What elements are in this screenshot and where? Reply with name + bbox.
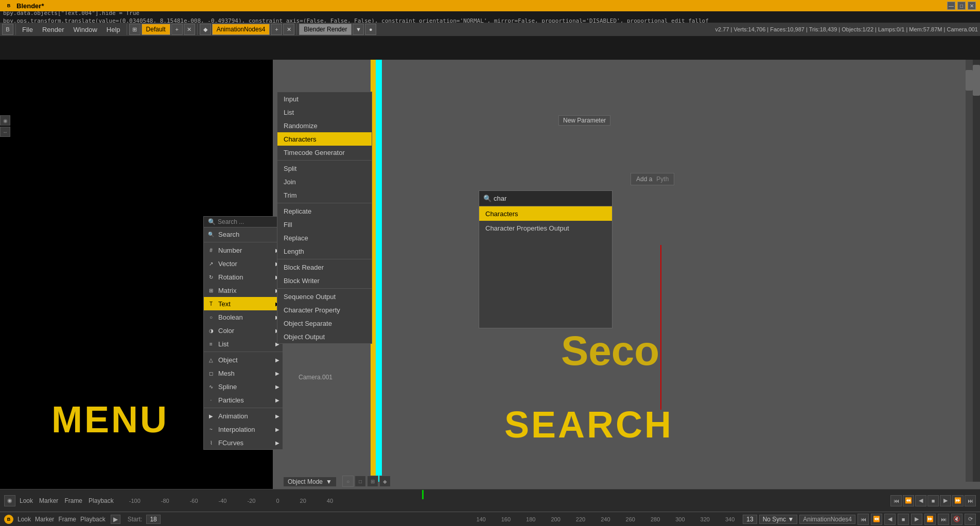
bottom-jump-end-btn[interactable]: ⏭ — [938, 514, 949, 525]
jump-start-btn[interactable]: ⏮ — [890, 495, 902, 506]
layout-tab-default[interactable]: Default — [142, 24, 170, 35]
current-frame-area: 13 No Sync ▼ AnimationNodes4 ⏮ ⏪ ◀ ■ ▶ ⏩… — [743, 514, 976, 525]
vp-icon-2[interactable]: ↔ — [0, 127, 10, 137]
add-menu-interpolation[interactable]: ~ Interpolation ▶ — [204, 423, 283, 436]
sub-block-writer[interactable]: Block Writer — [277, 274, 372, 287]
wire-mode-icon[interactable]: □ — [355, 476, 366, 487]
add-menu-search-item[interactable]: 🔍 Search — [204, 227, 283, 241]
spline-icon: ∿ — [207, 382, 215, 391]
play-icon-btn[interactable]: ▶ — [111, 515, 120, 524]
tl-icon-btn[interactable]: ◉ — [4, 495, 15, 506]
sub-object-output[interactable]: Object Output — [277, 330, 372, 343]
render-engine-tab[interactable]: Blender Render — [299, 24, 352, 35]
right-scrollbar[interactable] — [973, 60, 980, 482]
sub-list[interactable]: List — [277, 106, 372, 119]
add-menu-fcurves[interactable]: ⌇ FCurves ▶ — [204, 436, 283, 449]
add-menu-object[interactable]: △ Object ▶ — [204, 353, 283, 366]
engine-add-btn[interactable]: + — [271, 24, 282, 35]
sub-join[interactable]: Join — [277, 175, 372, 188]
close-button[interactable]: ✕ — [968, 2, 976, 10]
menu-file[interactable]: File — [18, 24, 37, 35]
engine-tab[interactable]: AnimationNodes4 — [212, 24, 270, 35]
add-menu-particles[interactable]: · Particles ▶ — [204, 393, 283, 407]
text-icon: T — [207, 300, 215, 308]
rendered-mode-icon[interactable]: ◆ — [379, 476, 391, 487]
vp-icon-1[interactable]: ◉ — [0, 115, 10, 126]
sub-randomize[interactable]: Randomize — [277, 119, 372, 132]
layout-icon-btn[interactable]: ⊞ — [129, 24, 141, 35]
engine-icon-btn[interactable]: ◆ — [200, 24, 211, 35]
add-menu-rotation[interactable]: ↻ Rotation ▶ — [204, 270, 283, 284]
blender-dot-icon[interactable]: ● — [365, 24, 376, 35]
info-line-1: bpy.data.objects["Text.004"].hide = True — [3, 11, 709, 17]
cyan-bar-1 — [376, 60, 382, 482]
add-menu-color[interactable]: ◑ Color ▶ — [204, 324, 283, 337]
menu-render[interactable]: Render — [38, 24, 68, 35]
sub-sequence-output[interactable]: Sequence Output — [277, 290, 372, 303]
info-bar: bpy.data.objects["Text.004"].hide = True… — [0, 11, 980, 23]
no-sync-dropdown[interactable]: No Sync ▼ — [759, 515, 798, 524]
bottom-stop-btn[interactable]: ■ — [898, 514, 909, 525]
bottom-step-back-btn[interactable]: ⏪ — [871, 514, 882, 525]
layout-add-btn[interactable]: + — [171, 24, 183, 35]
texture-mode-icon[interactable]: ⊞ — [367, 476, 378, 487]
bottom-step-fwd-btn[interactable]: ⏩ — [924, 514, 936, 525]
jump-end-btn[interactable]: ⏭ — [965, 495, 976, 506]
search-result-char-prop-output[interactable]: Character Properties Output — [479, 221, 612, 235]
play-reverse-btn[interactable]: ◀ — [915, 495, 926, 506]
scrollbar-thumb[interactable] — [973, 65, 980, 96]
sub-trim[interactable]: Trim — [277, 188, 372, 202]
add-menu-spline[interactable]: ∿ Spline ▶ — [204, 380, 283, 393]
minimize-button[interactable]: — — [947, 2, 955, 10]
sub-split[interactable]: Split — [277, 162, 372, 175]
menu-window[interactable]: Window — [69, 24, 101, 35]
play-btn[interactable]: ▶ — [940, 495, 951, 506]
characters-submenu: Input List Randomize Characters Timecode… — [277, 92, 372, 344]
scrollbar-thumb-2[interactable] — [966, 70, 973, 91]
search-result-characters[interactable]: Characters — [479, 206, 612, 221]
maximize-button[interactable]: □ — [957, 2, 966, 10]
add-menu-list[interactable]: ≡ List ▶ — [204, 337, 283, 350]
sub-characters[interactable]: Characters — [277, 132, 372, 146]
bottom-play-btn[interactable]: ▶ — [911, 514, 922, 525]
add-menu-boolean[interactable]: ○ Boolean ▶ — [204, 310, 283, 324]
sub-char-property[interactable]: Character Property — [277, 303, 372, 317]
top-right-scrollbar[interactable] — [966, 60, 973, 482]
add-menu-animation[interactable]: ▶ Animation ▶ — [204, 409, 283, 423]
sub-replicate[interactable]: Replicate — [277, 204, 372, 218]
search-input-value[interactable]: char — [494, 195, 506, 202]
engine-dropdown[interactable]: ▼ — [353, 24, 364, 35]
add-menu-text[interactable]: T Text ▶ — [204, 297, 283, 310]
sub-block-reader[interactable]: Block Reader — [277, 260, 372, 274]
add-menu-number[interactable]: # Number ▶ — [204, 243, 283, 257]
separator-1 — [15, 24, 16, 35]
sync-btn[interactable]: ⟳ — [965, 514, 976, 525]
audio-btn[interactable]: 🔇 — [951, 514, 962, 525]
engine-close-btn[interactable]: ✕ — [283, 24, 294, 35]
menu-help[interactable]: Help — [102, 24, 125, 35]
start-frame-input[interactable]: 18 — [146, 515, 160, 524]
sub-object-separate[interactable]: Object Separate — [277, 317, 372, 330]
stop-btn[interactable]: ■ — [927, 495, 939, 506]
blender-icon-btn[interactable]: B — [2, 24, 13, 35]
add-menu-mesh[interactable]: ◻ Mesh ▶ — [204, 366, 283, 380]
anim-nodes-label: AnimationNodes4 — [799, 515, 855, 524]
bottom-jump-start-btn[interactable]: ⏮ — [857, 514, 869, 525]
list-icon: ≡ — [207, 340, 215, 348]
step-back-btn[interactable]: ⏪ — [903, 495, 914, 506]
viewport-mode-dropdown[interactable]: Object Mode ▼ — [283, 477, 337, 487]
bottom-play-reverse-btn[interactable]: ◀ — [884, 514, 896, 525]
bottom-timeline-numbers: 140 160 180 200 220 240 260 280 300 320 … — [476, 516, 734, 522]
sub-length[interactable]: Length — [277, 244, 372, 258]
solid-mode-icon[interactable]: ○ — [342, 476, 354, 487]
info-line-2: bpy.ops.transform.translate(value=(0.034… — [3, 17, 709, 23]
add-menu-matrix[interactable]: ⊞ Matrix ▶ — [204, 284, 283, 297]
sub-input[interactable]: Input — [277, 92, 372, 106]
add-menu-vector[interactable]: ↗ Vector ▶ — [204, 257, 283, 270]
sub-timecode[interactable]: Timecode Generator — [277, 146, 372, 159]
sub-replace[interactable]: Replace — [277, 231, 372, 244]
step-fwd-btn[interactable]: ⏩ — [952, 495, 964, 506]
sub-fill[interactable]: Fill — [277, 218, 372, 231]
current-frame-input[interactable]: 13 — [743, 515, 757, 524]
layout-close-btn[interactable]: ✕ — [184, 24, 195, 35]
